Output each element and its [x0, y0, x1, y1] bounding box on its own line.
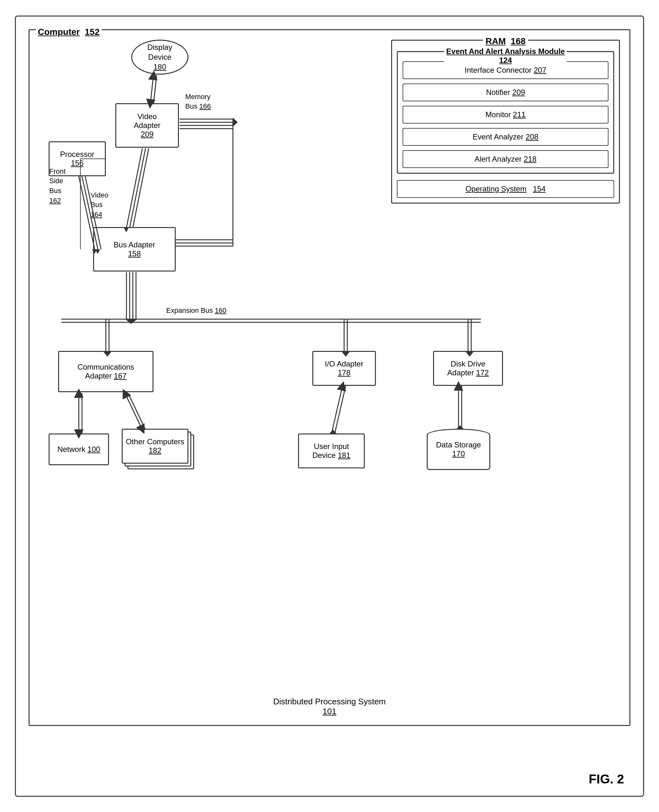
svg-line-13 [126, 148, 142, 228]
dps-caption: Distributed Processing System 101 [273, 697, 386, 716]
other-computers-box: Other Computers182 [122, 429, 188, 464]
os-label: Operating System [465, 184, 527, 193]
ram-box: RAM 168 Event And Alert Analysis Module … [391, 40, 620, 203]
module-alert-number: 218 [523, 155, 536, 163]
data-storage-label: Data Storage170 [436, 441, 481, 458]
frontside-bus-label: FrontSideBus162 [49, 167, 65, 206]
bus-adapter-number: 158 [128, 249, 141, 258]
dps-number: 101 [323, 707, 336, 716]
module-monitor-number: 211 [513, 110, 525, 119]
io-adapter-box: I/O Adapter178 [312, 351, 376, 386]
module-notifier: Notifier 209 [403, 83, 609, 101]
user-input-box: User InputDevice 181 [298, 433, 365, 468]
module-event-analyzer: Event Analyzer 208 [403, 128, 609, 146]
module-event-number: 208 [525, 132, 538, 141]
processor-label: Processor156 [60, 150, 95, 168]
computer-box: Computer 152 RAM 168 Event And Alert Ana… [28, 29, 631, 726]
svg-line-4 [150, 75, 153, 104]
expansion-bus-label: Expansion Bus 160 [166, 307, 227, 315]
computer-label: Computer 152 [36, 27, 102, 37]
comm-adapter-number: 167 [114, 371, 126, 380]
frontside-number: 162 [49, 197, 61, 205]
dps-label: Distributed Processing System [273, 697, 386, 706]
svg-line-14 [130, 148, 145, 228]
memory-bus-label: MemoryBus 166 [185, 92, 211, 112]
eaam-label: Event And Alert Analysis Module 124 [444, 47, 566, 65]
user-input-number: 181 [338, 451, 350, 460]
io-adapter-label: I/O Adapter178 [325, 359, 363, 377]
video-adapter-number: 209 [141, 130, 153, 138]
video-bus-label: VideoBus164 [91, 190, 108, 220]
disk-adapter-number: 172 [476, 368, 489, 377]
other-computers-label: Other Computers182 [126, 437, 184, 455]
video-adapter-label: VideoAdapter209 [134, 112, 161, 139]
module-alert-analyzer: Alert Analyzer 218 [403, 150, 609, 168]
video-adapter-box: VideoAdapter209 [115, 103, 179, 148]
processor-number: 156 [71, 159, 84, 167]
network-box: Network 100 [49, 433, 109, 465]
eaam-number: 124 [499, 56, 512, 65]
display-device: DisplayDevice180 [131, 40, 188, 75]
svg-line-47 [331, 386, 342, 434]
user-input-label: User InputDevice 181 [312, 442, 350, 460]
eaam-box: Event And Alert Analysis Module 124 Inte… [397, 51, 614, 174]
bus-adapter-box: Bus Adapter158 [93, 227, 176, 272]
ram-number: 168 [511, 36, 525, 46]
video-bus-number: 164 [91, 211, 102, 219]
svg-marker-26 [233, 118, 238, 126]
svg-line-48 [334, 386, 346, 434]
figure-label: FIG. 2 [589, 772, 624, 786]
svg-line-5 [153, 75, 157, 104]
display-number: 180 [153, 63, 166, 71]
comm-adapter-label: CommunicationsAdapter 167 [77, 363, 134, 381]
other-computers-container: Other Computers182 [122, 429, 195, 470]
eaam-label-text: Event And Alert Analysis Module [446, 47, 564, 55]
computer-label-text: Computer [38, 27, 80, 37]
network-label: Network 100 [58, 445, 101, 454]
ram-label-text: RAM [486, 36, 506, 46]
os-number: 154 [533, 184, 545, 193]
svg-marker-21 [233, 118, 238, 127]
display-label: DisplayDevice180 [147, 42, 173, 72]
svg-line-45 [125, 393, 142, 430]
module-interface-number: 207 [534, 66, 547, 74]
computer-number: 152 [85, 27, 100, 37]
bus-adapter-label: Bus Adapter158 [114, 241, 155, 258]
data-storage-number: 170 [452, 449, 465, 458]
comm-adapter-box: CommunicationsAdapter 167 [58, 351, 153, 392]
svg-marker-31 [125, 319, 137, 324]
network-number: 100 [87, 445, 100, 453]
disk-adapter-box: Disk DriveAdapter 172 [433, 351, 503, 386]
expansion-bus-number: 160 [215, 307, 227, 315]
page: Computer 152 RAM 168 Event And Alert Ana… [15, 16, 644, 797]
os-box: Operating System 154 [397, 180, 614, 198]
data-storage-box: Data Storage170 [427, 429, 490, 470]
other-computers-number: 182 [149, 446, 161, 455]
ram-label: RAM 168 [483, 36, 528, 46]
svg-line-15 [133, 148, 149, 228]
module-notifier-number: 209 [512, 88, 525, 96]
memory-bus-number: 166 [199, 102, 211, 110]
disk-adapter-label: Disk DriveAdapter 172 [448, 359, 489, 377]
io-adapter-number: 178 [338, 368, 350, 377]
module-monitor: Monitor 211 [403, 106, 609, 124]
svg-line-46 [128, 393, 145, 430]
